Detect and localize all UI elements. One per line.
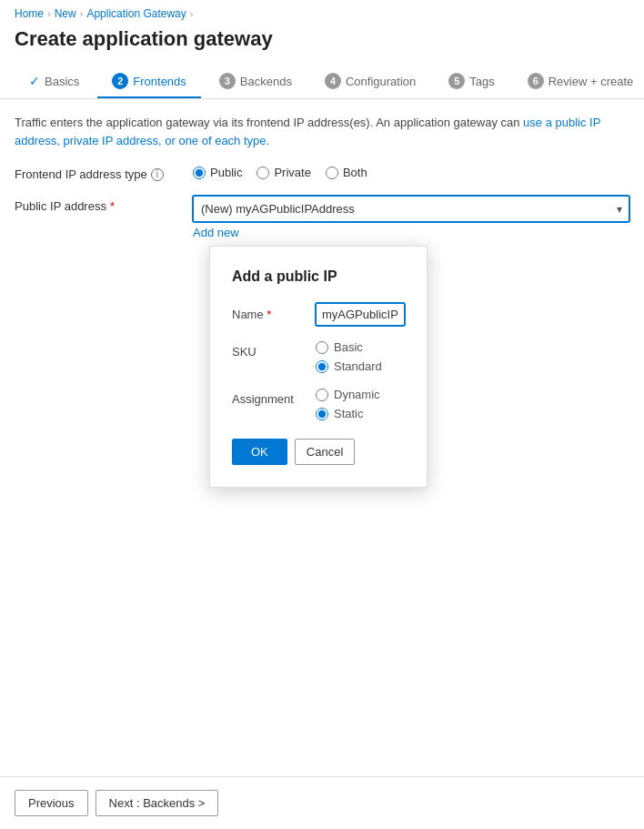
modal-sku-standard[interactable]: Standard	[316, 359, 405, 373]
modal-assignment-dynamic[interactable]: Dynamic	[316, 388, 405, 401]
modal-sku-standard-label: Standard	[334, 359, 382, 373]
modal-assignment-options: Dynamic Static	[316, 388, 405, 420]
modal-assignment-row: Assignment Dynamic Static	[232, 388, 405, 420]
modal-sku-options: Basic Standard	[316, 340, 405, 373]
modal-buttons: OK Cancel	[232, 439, 405, 465]
add-public-ip-modal: Add a public IP Name * SKU Basic Stan	[209, 246, 428, 488]
modal-name-row: Name *	[232, 303, 405, 326]
modal-assignment-static-input[interactable]	[316, 408, 328, 420]
modal-name-field	[316, 303, 405, 326]
modal-name-input[interactable]	[316, 303, 405, 326]
modal-assignment-dynamic-input[interactable]	[316, 389, 328, 401]
modal-assignment-static-label: Static	[334, 407, 364, 420]
modal-assignment-dynamic-label: Dynamic	[334, 388, 380, 401]
modal-name-label: Name *	[232, 303, 305, 321]
modal-name-required: *	[267, 308, 271, 321]
modal-sku-row: SKU Basic Standard	[232, 340, 405, 373]
modal-assignment-label: Assignment	[232, 388, 305, 406]
modal-cancel-button[interactable]: Cancel	[295, 439, 355, 465]
modal-overlay: Add a public IP Name * SKU Basic Stan	[0, 0, 644, 829]
modal-ok-button[interactable]: OK	[232, 439, 287, 465]
modal-sku-basic-label: Basic	[334, 340, 363, 354]
modal-sku-standard-input[interactable]	[316, 360, 328, 373]
modal-sku-label: SKU	[232, 340, 305, 359]
modal-sku-basic[interactable]: Basic	[316, 340, 405, 354]
modal-title: Add a public IP	[232, 268, 405, 285]
modal-assignment-static[interactable]: Static	[316, 407, 405, 420]
modal-sku-basic-input[interactable]	[316, 341, 328, 354]
